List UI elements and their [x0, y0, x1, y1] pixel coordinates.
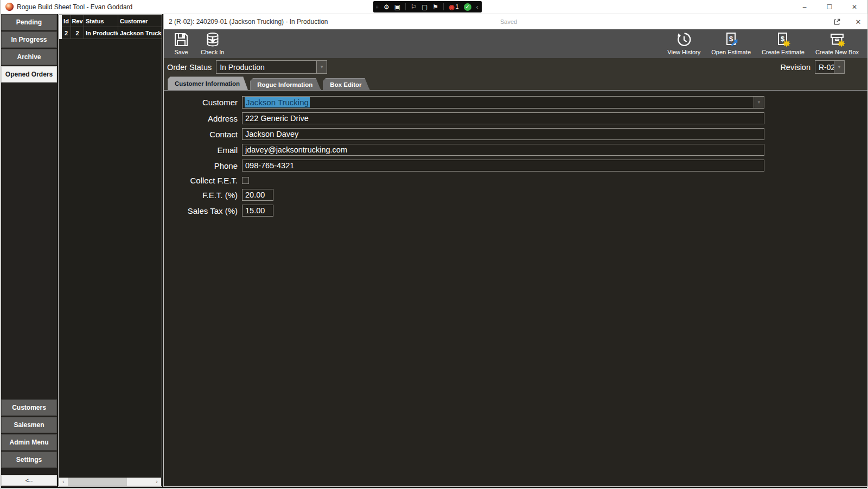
status-check-icon[interactable]: ✓	[464, 3, 471, 11]
sidebar-item-archive[interactable]: Archive	[1, 49, 57, 65]
column-header-id[interactable]: Id	[62, 15, 71, 27]
revision-label: Revision	[780, 63, 810, 72]
document-header: 2 (R-02): 240209-01 (Jackson Trucking) -…	[164, 14, 867, 29]
scroll-right-arrow[interactable]: ›	[152, 479, 161, 485]
pointer-icon[interactable]: ⚐	[411, 4, 417, 10]
phone-row: Phone	[164, 160, 867, 172]
cell-customer[interactable]: Jackson Trucking	[118, 27, 162, 39]
document-title: 2 (R-02): 240209-01 (Jackson Trucking) -…	[164, 18, 328, 26]
address-field[interactable]	[242, 112, 764, 124]
sales-tax-row: Sales Tax (%)	[164, 205, 867, 217]
tab-rogue-information[interactable]: Rogue Information	[250, 78, 321, 90]
history-clock-icon	[676, 32, 692, 47]
app-window: Rogue Build Sheet Tool - Evan Goddard ⣿ …	[0, 0, 868, 489]
chevron-down-icon[interactable]: ▼	[834, 61, 844, 73]
scroll-left-arrow[interactable]: ‹	[59, 479, 68, 485]
order-status-value: In Production	[216, 63, 316, 72]
tab-strip: Customer Information Rogue Information B…	[164, 76, 867, 91]
document-panel: 2 (R-02): 240209-01 (Jackson Trucking) -…	[163, 14, 868, 487]
close-button[interactable]: ✕	[842, 0, 867, 14]
document-toolbar: Save Check In View History	[164, 29, 867, 58]
address-label: Address	[164, 114, 242, 123]
customer-value-selected: Jackson Trucking	[245, 97, 310, 107]
save-label: Save	[174, 49, 188, 55]
saved-status: Saved	[500, 18, 517, 25]
save-icon	[174, 32, 189, 47]
sidebar-item-pending[interactable]: Pending	[1, 14, 57, 30]
open-estimate-button[interactable]: $ Open Estimate	[706, 31, 756, 56]
create-estimate-icon: $	[775, 32, 790, 47]
sidebar-item-admin-menu[interactable]: Admin Menu	[1, 434, 57, 450]
tab-box-editor[interactable]: Box Editor	[323, 78, 369, 90]
chevron-down-icon[interactable]: ▼	[754, 97, 764, 108]
scrollbar-track[interactable]	[68, 478, 152, 486]
sidebar-item-salesmen[interactable]: Salesmen	[1, 417, 57, 433]
fet-field[interactable]	[242, 189, 273, 201]
divider	[405, 3, 406, 10]
maximize-button[interactable]: ☐	[817, 0, 842, 14]
grid-header-row: Id Rev Status Customer	[62, 15, 162, 27]
cell-status[interactable]: In Production	[84, 27, 118, 39]
collect-fet-checkbox[interactable]	[242, 177, 249, 184]
customer-information-page: Customer Jackson Trucking ▼ Address Cont…	[164, 91, 867, 486]
scrollbar-thumb[interactable]	[68, 478, 127, 486]
column-header-rev[interactable]: Rev	[71, 15, 84, 27]
create-new-box-icon	[829, 32, 845, 47]
open-estimate-icon: $	[724, 32, 739, 47]
order-status-row: Order Status In Production ▼ Revision R-…	[164, 58, 867, 76]
record-count: 1	[455, 4, 458, 10]
app-logo-icon	[5, 3, 14, 11]
revision-value: R-02	[815, 63, 834, 72]
email-label: Email	[164, 145, 242, 155]
sidebar-item-settings[interactable]: Settings	[1, 452, 57, 468]
phone-field[interactable]	[242, 160, 764, 172]
contact-row: Contact	[164, 128, 867, 140]
table-row[interactable]: 2 2 In Production Jackson Trucking	[62, 27, 162, 39]
address-row: Address	[164, 112, 867, 124]
order-status-combobox[interactable]: In Production ▼	[216, 60, 327, 74]
svg-text:$: $	[729, 35, 733, 43]
cell-id[interactable]: 2	[62, 27, 71, 39]
sidebar: Pending In Progress Archive Opened Order…	[1, 14, 57, 487]
sales-tax-label: Sales Tax (%)	[164, 206, 242, 215]
camera-icon[interactable]: ▣	[394, 4, 400, 10]
create-estimate-button[interactable]: $ Create Estimate	[756, 31, 810, 56]
screen-draw-icon[interactable]: ⚙	[384, 4, 390, 10]
titlebar: Rogue Build Sheet Tool - Evan Goddard ⣿ …	[1, 0, 867, 14]
email-row: Email	[164, 144, 867, 156]
close-document-icon[interactable]: ✕	[853, 17, 863, 27]
customer-combobox[interactable]: Jackson Trucking ▼	[242, 96, 764, 109]
revision-combobox[interactable]: R-02 ▼	[815, 60, 845, 74]
contact-field[interactable]	[242, 128, 764, 140]
view-history-button[interactable]: View History	[662, 31, 706, 56]
pin-icon[interactable]: ⚑	[432, 4, 438, 10]
sales-tax-field[interactable]	[242, 205, 273, 217]
record-indicator-icon[interactable]: ◉1	[449, 4, 459, 10]
check-in-icon	[205, 32, 220, 47]
check-in-button[interactable]: Check In	[195, 31, 229, 56]
cell-rev[interactable]: 2	[71, 27, 84, 39]
fet-row: F.E.T. (%)	[164, 189, 867, 201]
window-title: Rogue Build Sheet Tool - Evan Goddard	[17, 3, 132, 11]
chevron-down-icon[interactable]: ▼	[316, 61, 327, 73]
region-icon[interactable]: ▢	[422, 4, 427, 10]
tab-customer-information[interactable]: Customer Information	[168, 77, 248, 90]
sidebar-item-opened-orders[interactable]: Opened Orders	[1, 66, 57, 82]
column-header-status[interactable]: Status	[84, 15, 118, 27]
create-estimate-label: Create Estimate	[762, 49, 805, 55]
drag-handle-icon[interactable]: ⣿	[375, 5, 379, 9]
sidebar-collapse-button[interactable]: <--	[1, 475, 57, 486]
minimize-button[interactable]: –	[792, 0, 817, 14]
column-header-customer[interactable]: Customer	[118, 15, 162, 27]
email-field[interactable]	[242, 144, 764, 156]
save-button[interactable]: Save	[167, 31, 195, 56]
open-estimate-label: Open Estimate	[711, 49, 751, 55]
sidebar-item-in-progress[interactable]: In Progress	[1, 31, 57, 48]
sidebar-item-customers[interactable]: Customers	[1, 399, 57, 416]
horizontal-scrollbar[interactable]: ‹ ›	[59, 478, 161, 486]
orders-grid-panel: Id Rev Status Customer 2 2 In Production…	[58, 14, 162, 487]
create-new-box-button[interactable]: Create New Box	[810, 31, 864, 56]
collect-fet-label: Collect F.E.T.	[164, 176, 242, 185]
collapse-chevron-icon[interactable]: ‹	[476, 3, 478, 11]
popout-icon[interactable]	[832, 17, 841, 27]
